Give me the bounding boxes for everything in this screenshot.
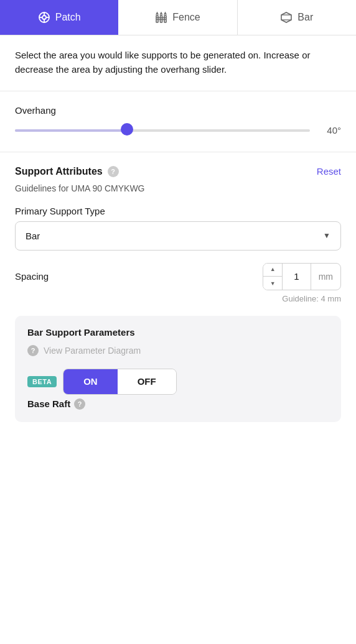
- svg-rect-7: [161, 16, 162, 22]
- tab-fence[interactable]: Fence: [118, 0, 237, 35]
- toggle-off-button[interactable]: OFF: [118, 369, 176, 394]
- description-section: Select the area you would like supports …: [0, 35, 356, 91]
- dropdown-value: Bar: [26, 231, 40, 241]
- slider-thumb[interactable]: [121, 123, 133, 136]
- stepper-buttons: ▲ ▼: [263, 263, 283, 290]
- slider-value: 40°: [319, 125, 341, 136]
- tab-patch-label: Patch: [55, 12, 81, 23]
- base-raft-help-icon[interactable]: ?: [74, 398, 85, 410]
- primary-support-type-dropdown[interactable]: Bar ▼: [15, 221, 341, 251]
- svg-marker-14: [281, 12, 291, 22]
- spacing-unit: mm: [311, 264, 340, 290]
- support-title-group: Support Attributes ?: [15, 166, 119, 177]
- spacing-input[interactable]: ▲ ▼ 1 mm: [263, 263, 341, 290]
- tab-bar: Patch Fence Bar: [0, 0, 356, 35]
- beta-badge: BETA: [27, 376, 57, 387]
- svg-marker-9: [156, 12, 158, 14]
- svg-marker-11: [164, 12, 166, 14]
- help-symbol-2: ?: [31, 347, 35, 354]
- svg-marker-10: [161, 12, 162, 14]
- guidelines-text: Guidelines for UMA 90 CMYKWG: [15, 183, 341, 193]
- tab-bar-label: Bar: [297, 12, 313, 23]
- base-raft-label-row: Base Raft ?: [27, 398, 177, 410]
- view-parameter-diagram-row[interactable]: ? View Parameter Diagram: [27, 345, 329, 356]
- overhang-section: Overhang 40°: [0, 91, 356, 152]
- svg-point-1: [42, 16, 46, 19]
- support-attributes-title: Support Attributes: [15, 166, 103, 177]
- support-attributes-header: Support Attributes ? Reset: [15, 166, 341, 177]
- overhang-slider[interactable]: [15, 124, 310, 137]
- toggle-on-button[interactable]: ON: [63, 369, 118, 394]
- chevron-down-icon: ▼: [323, 231, 330, 240]
- support-attributes-help-icon[interactable]: ?: [108, 166, 119, 177]
- base-raft-toggle[interactable]: ON OFF: [63, 369, 177, 395]
- description-text: Select the area you would like supports …: [15, 50, 310, 75]
- spacing-row: Spacing ▲ ▼ 1 mm: [15, 263, 341, 290]
- tab-fence-label: Fence: [172, 12, 200, 23]
- patch-icon: [38, 11, 50, 24]
- slider-fill: [15, 129, 127, 132]
- overhang-label: Overhang: [15, 105, 341, 116]
- base-raft-row: BETA ON OFF Base Raft ?: [27, 369, 329, 410]
- base-raft-label: Base Raft: [27, 398, 70, 409]
- bar-support-params-card: Bar Support Parameters ? View Parameter …: [15, 316, 341, 422]
- svg-rect-8: [164, 16, 166, 22]
- spacing-guideline-hint: Guideline: 4 mm: [15, 294, 341, 303]
- view-diagram-text: View Parameter Diagram: [44, 346, 141, 356]
- stepper-up-button[interactable]: ▲: [263, 263, 282, 277]
- help-symbol-3: ?: [78, 400, 82, 408]
- reset-button[interactable]: Reset: [317, 166, 341, 177]
- help-symbol: ?: [111, 168, 115, 175]
- slider-track: [15, 129, 310, 132]
- bar-icon: [280, 11, 293, 24]
- bar-params-title: Bar Support Parameters: [27, 327, 329, 338]
- support-attributes-section: Support Attributes ? Reset Guidelines fo…: [0, 152, 356, 436]
- stepper-down-button[interactable]: ▼: [263, 277, 282, 290]
- spacing-value: 1: [283, 271, 310, 282]
- spacing-label: Spacing: [15, 271, 49, 282]
- svg-rect-6: [156, 16, 158, 22]
- fence-icon: [155, 11, 167, 24]
- view-diagram-help-icon: ?: [27, 345, 39, 356]
- slider-row: 40°: [15, 124, 341, 137]
- tab-bar[interactable]: Bar: [238, 0, 356, 35]
- tab-patch[interactable]: Patch: [0, 0, 118, 35]
- primary-support-type-label: Primary Support Type: [15, 206, 341, 216]
